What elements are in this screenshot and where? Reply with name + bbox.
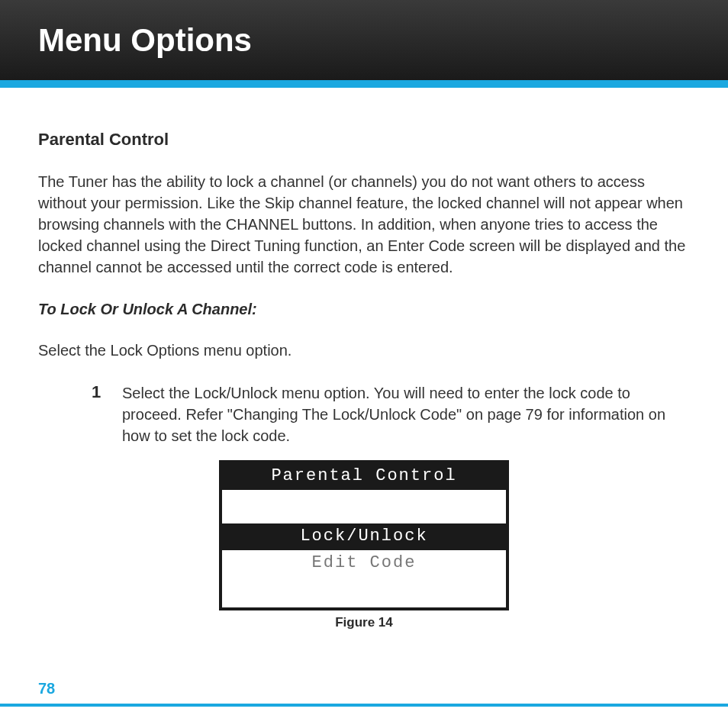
lcd-gap — [222, 490, 506, 523]
lcd-selected-item: Lock/Unlock — [222, 523, 506, 550]
section-title: Parental Control — [38, 130, 690, 150]
lcd-screen: Parental Control Lock/Unlock Edit Code — [219, 460, 509, 610]
instruction-text: Select the Lock Options menu option. — [38, 340, 690, 361]
page-title: Menu Options — [38, 22, 252, 59]
intro-paragraph: The Tuner has the ability to lock a chan… — [38, 171, 690, 278]
step-text: Select the Lock/Unlock menu option. You … — [122, 382, 690, 446]
lcd-item: Edit Code — [222, 550, 506, 577]
accent-bar — [0, 80, 728, 88]
page-number: 78 — [38, 680, 55, 697]
content-area: Parental Control The Tuner has the abili… — [0, 88, 728, 630]
header-band: Menu Options — [0, 0, 728, 80]
subheading: To Lock Or Unlock A Channel: — [38, 301, 690, 318]
figure-caption: Figure 14 — [38, 615, 690, 630]
step-number: 1 — [92, 382, 122, 446]
lcd-title: Parental Control — [222, 463, 506, 490]
lcd-bottom-gap — [222, 577, 506, 607]
footer-accent-bar — [0, 704, 728, 707]
step-row: 1 Select the Lock/Unlock menu option. Yo… — [38, 382, 690, 446]
